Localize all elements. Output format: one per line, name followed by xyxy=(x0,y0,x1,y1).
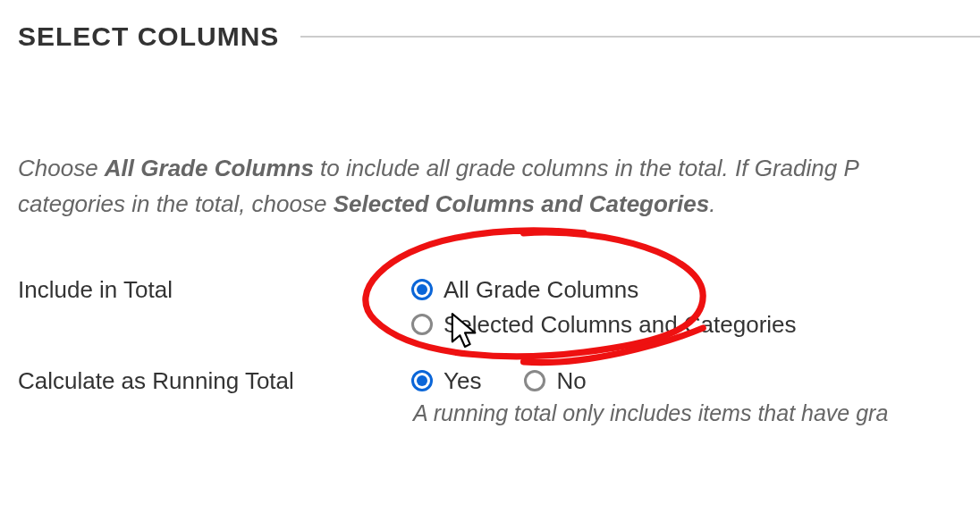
radio-running-no[interactable]: No xyxy=(524,367,586,395)
radio-icon xyxy=(524,370,545,391)
field-running-total: Calculate as Running Total Yes No xyxy=(18,367,980,395)
radio-icon xyxy=(411,370,433,391)
radio-label: Yes xyxy=(444,367,481,395)
running-total-options: Yes No xyxy=(411,367,587,395)
intro-bold-2: Selected Columns and Categories xyxy=(334,190,709,217)
section-divider xyxy=(300,36,980,38)
intro-mid-1: to include all grade columns in the tota… xyxy=(314,155,859,181)
intro-line2-prefix: categories in the total, choose xyxy=(18,190,334,217)
radio-label: No xyxy=(556,367,586,395)
radio-label: Selected Columns and Categories xyxy=(444,311,797,339)
intro-text: Choose All Grade Columns to include all … xyxy=(18,150,980,223)
radio-selected-columns-and-categories[interactable]: Selected Columns and Categories xyxy=(411,311,797,339)
section-header: SELECT COLUMNS xyxy=(18,21,980,52)
field-include-in-total: Include in Total All Grade Columns Selec… xyxy=(18,276,980,339)
running-total-helper: A running total only includes items that… xyxy=(413,400,980,426)
include-in-total-options: All Grade Columns Selected Columns and C… xyxy=(411,276,797,339)
section-title: SELECT COLUMNS xyxy=(18,21,279,52)
radio-icon xyxy=(411,279,433,300)
radio-running-yes[interactable]: Yes xyxy=(411,367,481,395)
page-root: SELECT COLUMNS Choose All Grade Columns … xyxy=(0,0,980,426)
radio-icon xyxy=(411,314,433,335)
radio-label: All Grade Columns xyxy=(444,276,638,304)
intro-prefix: Choose xyxy=(18,155,105,181)
running-total-label: Calculate as Running Total xyxy=(18,367,411,395)
include-in-total-label: Include in Total xyxy=(18,276,411,304)
intro-line2-suffix: . xyxy=(709,190,715,217)
radio-all-grade-columns[interactable]: All Grade Columns xyxy=(411,276,797,304)
intro-bold-1: All Grade Columns xyxy=(105,155,314,181)
